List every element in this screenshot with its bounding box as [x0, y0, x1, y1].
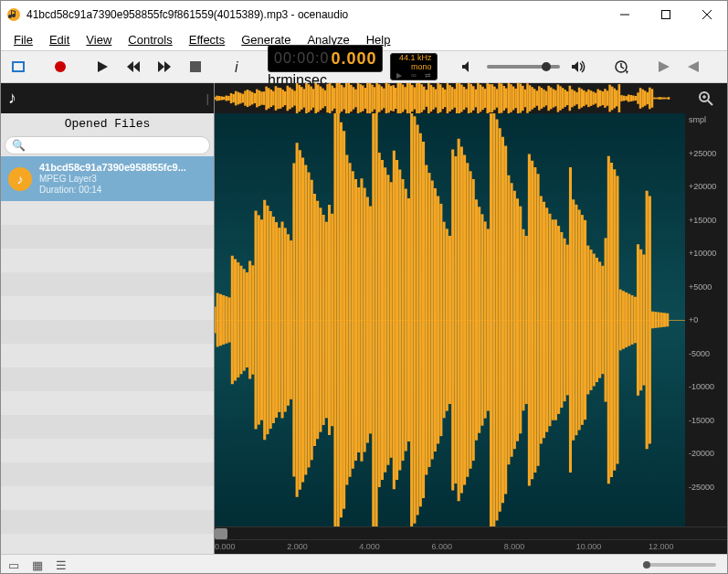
amplitude-ruler: smpl+25000+20000+15000+10000+5000+0-5000…	[685, 113, 727, 526]
file-duration: Duration: 00:14	[39, 185, 190, 196]
minimize-button[interactable]	[604, 1, 645, 28]
main-area: ♪ ||| Opened Files 🔍 ♪ 41bcd58c91a7390e9…	[1, 83, 727, 554]
app-icon	[6, 7, 21, 22]
waveform-overview[interactable]	[215, 83, 685, 113]
record-button[interactable]	[48, 55, 72, 79]
volume-up-icon[interactable]	[567, 55, 591, 79]
forward-button[interactable]	[153, 55, 176, 79]
redo-button[interactable]	[682, 55, 706, 79]
volume-slider[interactable]	[487, 65, 560, 69]
svg-marker-9	[133, 61, 140, 72]
waveform-scrollbar[interactable]	[215, 526, 685, 539]
zoom-slider[interactable]	[643, 563, 716, 567]
close-button[interactable]	[686, 1, 727, 28]
menu-controls[interactable]: Controls	[121, 31, 179, 48]
sidebar-header: ♪ |||	[1, 83, 214, 113]
svg-rect-5	[13, 62, 24, 71]
menu-file[interactable]: File	[6, 31, 40, 48]
titlebar: 41bcd58c91a7390e958855fc9f861559(4015389…	[1, 1, 727, 28]
search-input[interactable]	[5, 136, 210, 154]
view-single-button[interactable]: ▭	[6, 558, 21, 572]
ruler-unit: smpl	[689, 115, 723, 124]
maximize-button[interactable]	[645, 1, 686, 28]
statusbar: ▭ ▦ ☰	[1, 554, 727, 574]
time-dim: 00:00:0	[274, 50, 329, 67]
rewind-button[interactable]	[121, 55, 145, 79]
music-note-icon: ♪	[8, 89, 16, 108]
menu-view[interactable]: View	[79, 31, 119, 48]
window-title: 41bcd58c91a7390e958855fc9f861559(4015389…	[26, 8, 604, 21]
search-icon: 🔍	[12, 139, 26, 152]
svg-marker-11	[164, 61, 171, 72]
svg-marker-14	[572, 61, 578, 72]
format-display: 44.1 kHz mono ▶∞⇄	[390, 53, 438, 80]
sidebar-search: 🔍	[5, 136, 210, 154]
svg-marker-10	[158, 61, 164, 72]
time-axis: 0.0002.0004.0006.0008.00010.00012.000	[215, 539, 685, 554]
svg-point-6	[55, 61, 66, 72]
file-name: 41bcd58c91a7390e958855fc9...	[39, 162, 190, 174]
loop-region-button[interactable]	[6, 55, 30, 79]
waveform-area: smpl+25000+20000+15000+10000+5000+0-5000…	[215, 83, 727, 554]
file-codec: MPEG Layer3	[39, 174, 190, 185]
sidebar: ♪ ||| Opened Files 🔍 ♪ 41bcd58c91a7390e9…	[1, 83, 215, 554]
svg-marker-18	[688, 61, 699, 72]
svg-marker-13	[462, 61, 469, 72]
info-button[interactable]: i	[226, 55, 249, 79]
file-music-icon: ♪	[8, 167, 32, 191]
svg-line-220	[708, 101, 712, 105]
window-controls	[604, 1, 727, 28]
menu-edit[interactable]: Edit	[42, 31, 77, 48]
volume-down-icon[interactable]	[456, 55, 480, 79]
history-button[interactable]	[609, 55, 633, 79]
svg-marker-17	[659, 61, 670, 72]
menu-effects[interactable]: Effects	[182, 31, 233, 48]
play-button[interactable]	[90, 55, 114, 79]
undo-button[interactable]	[651, 55, 675, 79]
toolbar: i 00:00:00.000 hrminsec 44.1 kHz mono ▶∞…	[1, 50, 727, 83]
waveform-canvas[interactable]	[215, 113, 685, 526]
svg-text:i: i	[235, 59, 238, 74]
svg-marker-8	[127, 61, 133, 72]
time-bright: 0.000	[331, 49, 376, 69]
svg-marker-16	[626, 70, 628, 74]
svg-marker-7	[98, 61, 108, 72]
sidebar-empty-list	[1, 201, 214, 554]
stop-button[interactable]	[184, 55, 207, 79]
file-item[interactable]: ♪ 41bcd58c91a7390e958855fc9... MPEG Laye…	[1, 156, 214, 201]
time-display: 00:00:00.000 hrminsec	[268, 45, 383, 89]
view-grid-button[interactable]: ▦	[30, 558, 45, 572]
scrollbar-thumb[interactable]	[215, 528, 227, 539]
zoom-in-button[interactable]	[685, 83, 727, 113]
sidebar-title: Opened Files	[1, 113, 214, 134]
view-columns-button[interactable]: ☰	[54, 558, 69, 572]
svg-rect-2	[661, 11, 670, 19]
